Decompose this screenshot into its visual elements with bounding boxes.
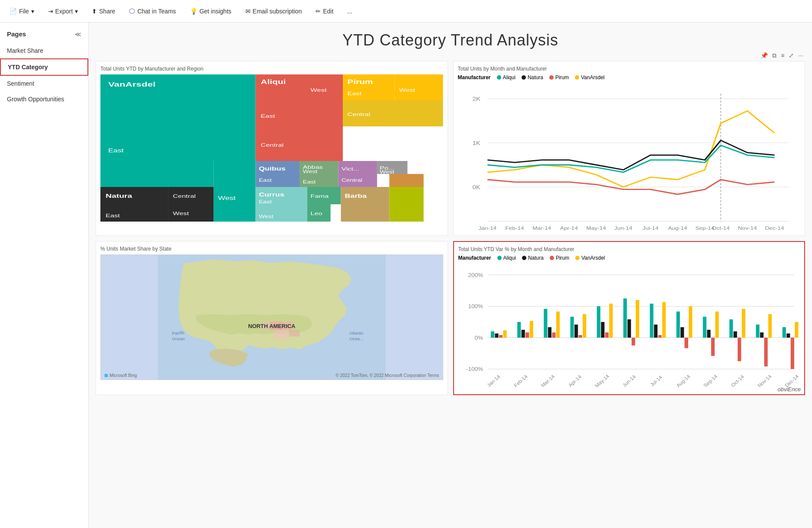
line-chart-visual[interactable]: 2K 1K 0K [458, 84, 801, 231]
sidebar-title: Pages [7, 30, 26, 38]
svg-rect-97 [517, 322, 521, 338]
pin-icon[interactable]: 📌 [760, 52, 768, 59]
svg-rect-119 [658, 335, 661, 338]
svg-text:Jun-14: Jun-14 [614, 225, 632, 231]
insights-icon: 💡 [190, 8, 197, 15]
svg-text:Feb-14: Feb-14 [512, 374, 528, 388]
svg-text:West: West [380, 170, 394, 174]
bar-legend-pirum: Pirum [550, 255, 569, 261]
map-visual[interactable]: NORTH AMERICA Pacific Ocean Atlantic Oce… [100, 254, 443, 380]
svg-rect-105 [570, 317, 574, 338]
svg-rect-114 [627, 319, 631, 338]
export-menu[interactable]: ⇥ Export ▾ [45, 6, 81, 16]
svg-rect-135 [760, 332, 763, 338]
svg-rect-132 [738, 338, 741, 361]
svg-rect-141 [795, 322, 798, 338]
sidebar-collapse-icon[interactable]: ≪ [75, 31, 81, 38]
edit-button[interactable]: ✏ Edit [313, 6, 336, 16]
export-icon: ⇥ [48, 8, 53, 15]
svg-rect-103 [552, 332, 555, 338]
email-subscription-button[interactable]: ✉ Email subscription [243, 6, 305, 16]
svg-rect-126 [702, 317, 706, 338]
svg-text:-100%: -100% [466, 366, 483, 372]
svg-rect-140 [790, 338, 794, 369]
svg-text:Mar-14: Mar-14 [532, 225, 551, 231]
more-options-button[interactable]: ... [345, 6, 355, 16]
svg-text:Jul-14: Jul-14 [649, 374, 663, 387]
bar-chart-visual[interactable]: 200% 100% 0% -100% [458, 264, 800, 390]
svg-text:Apr-14: Apr-14 [567, 374, 582, 387]
svg-rect-110 [601, 322, 604, 338]
file-chevron-icon: ▾ [31, 8, 34, 15]
chat-in-teams-button[interactable]: ⬡ Chat in Teams [126, 5, 178, 17]
svg-text:East: East [303, 180, 316, 184]
fullscreen-icon[interactable]: ⤢ [789, 52, 794, 59]
sidebar: Pages ≪ Market Share YTD Category Sentim… [0, 23, 89, 528]
svg-text:Jul-14: Jul-14 [642, 225, 658, 231]
svg-rect-138 [782, 327, 786, 338]
svg-text:Nov-14: Nov-14 [757, 373, 773, 388]
svg-text:Pirum: Pirum [347, 78, 373, 85]
sidebar-item-sentiment[interactable]: Sentiment [0, 76, 88, 91]
filter-icon[interactable]: ≡ [781, 52, 784, 59]
svg-rect-111 [605, 332, 608, 338]
map-title: % Units Market Share by State [100, 246, 443, 252]
svg-rect-5 [213, 161, 255, 222]
svg-text:May-14: May-14 [593, 373, 610, 388]
svg-text:Central: Central [173, 193, 196, 199]
svg-text:Aug-14: Aug-14 [675, 373, 691, 388]
svg-rect-52 [390, 174, 424, 187]
get-insights-button[interactable]: 💡 Get insights [187, 6, 234, 16]
svg-text:Sep-14: Sep-14 [702, 373, 718, 388]
svg-text:Ocea...: Ocea... [349, 336, 363, 341]
svg-rect-121 [676, 312, 680, 338]
svg-rect-50 [341, 187, 390, 222]
bing-logo: ⊞ Microsoft Bing [104, 373, 137, 378]
svg-text:West: West [218, 195, 236, 201]
svg-text:East: East [106, 213, 120, 219]
svg-rect-79 [289, 330, 300, 337]
svg-rect-125 [689, 306, 692, 338]
svg-rect-53 [390, 187, 424, 222]
edit-icon: ✏ [316, 8, 321, 15]
top-bar: 📄 File ▾ ⇥ Export ▾ ⬆ Share ⬡ Chat in Te… [0, 0, 812, 23]
svg-rect-137 [768, 314, 771, 338]
svg-rect-113 [623, 299, 627, 338]
report-more-icon[interactable]: ··· [798, 52, 803, 59]
content-area: YTD Category Trend Analysis 📌 ⧉ ≡ ⤢ ··· … [89, 23, 812, 528]
svg-rect-131 [733, 332, 737, 338]
svg-rect-139 [786, 334, 790, 338]
svg-text:Currus: Currus [259, 192, 284, 197]
svg-rect-134 [756, 325, 759, 338]
file-icon: 📄 [10, 8, 17, 15]
svg-text:West: West [399, 87, 415, 93]
line-chart: Total Units by Month and Manufacturer Ma… [453, 61, 806, 236]
svg-text:Feb-14: Feb-14 [505, 225, 524, 231]
legend-aliqui: Aliqui [497, 74, 516, 80]
sidebar-item-ytd-category[interactable]: YTD Category [0, 58, 88, 76]
svg-text:Vict...: Vict... [342, 166, 359, 172]
sidebar-item-market-share[interactable]: Market Share [0, 43, 88, 58]
svg-rect-100 [529, 321, 533, 338]
svg-rect-94 [495, 334, 498, 338]
file-menu[interactable]: 📄 File ▾ [7, 6, 37, 16]
svg-rect-128 [711, 338, 714, 356]
sidebar-item-growth-opportunities[interactable]: Growth Opportunities [0, 91, 88, 107]
svg-rect-101 [544, 309, 547, 338]
svg-text:Nov-14: Nov-14 [738, 225, 757, 231]
svg-text:Apr-14: Apr-14 [560, 225, 578, 231]
export-chevron-icon: ▾ [75, 8, 78, 15]
share-icon: ⬆ [92, 8, 97, 15]
treemap-chart: Total Units YTD by Manufacturer and Regi… [96, 61, 448, 236]
bar-legend-manufacturer-label: Manufacturer [458, 255, 491, 261]
svg-text:Leo: Leo [310, 211, 322, 216]
svg-rect-115 [632, 338, 635, 345]
copy-icon[interactable]: ⧉ [772, 52, 777, 59]
treemap-visual[interactable]: VanArsdel East Central West Natura Ea [100, 74, 443, 222]
share-button[interactable]: ⬆ Share [89, 6, 118, 16]
bar-legend-vanarsdel: VanArsdel [575, 255, 605, 261]
svg-rect-95 [499, 335, 502, 338]
svg-rect-136 [764, 338, 767, 366]
bar-chart-legend: Manufacturer Aliqui Natura Pirum VanArsd… [458, 255, 800, 261]
teams-icon: ⬡ [129, 7, 135, 15]
